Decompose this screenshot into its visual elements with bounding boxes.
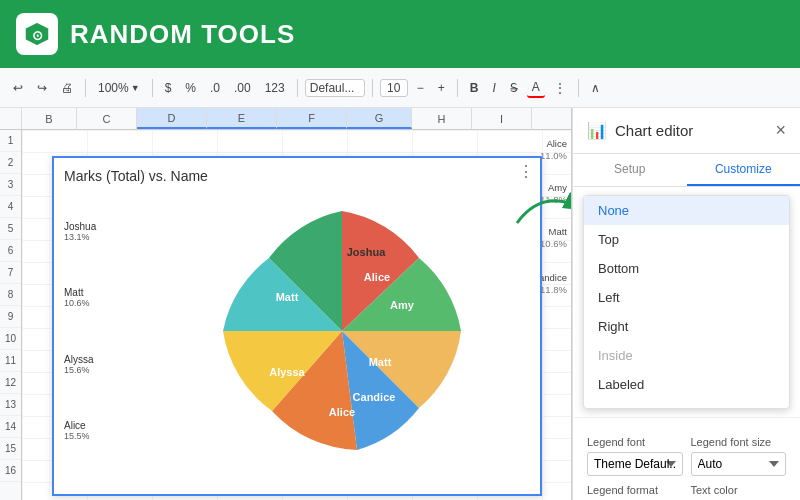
toolbar-separator [85, 79, 86, 97]
legend-item: Joshua 13.1% [64, 221, 154, 242]
toolbar-decimal2[interactable]: .00 [229, 79, 256, 97]
legend-item: Alice 15.5% [64, 420, 154, 441]
label-amy: Amy [390, 299, 415, 311]
legend-section: Legend font Theme Defaul... Legend font … [573, 417, 800, 500]
label-alice-top: Alice [364, 271, 390, 283]
option-left[interactable]: Left [584, 283, 789, 312]
text-color-label: Text color [691, 484, 787, 496]
toolbar-separator4 [372, 79, 373, 97]
toolbar-decimal1[interactable]: .0 [205, 79, 225, 97]
main-area: B C D E F G H I 1 2 3 4 5 6 7 8 9 10 11 [0, 108, 800, 500]
cell-alice-top: Alice11.0% [540, 138, 567, 163]
col-B: B [22, 108, 77, 129]
chart-container: ⋮ Marks (Total) vs. Name Joshua 13.1% Ma… [52, 156, 542, 496]
toolbar-redo-icon[interactable]: ↪ [32, 79, 52, 97]
row-num: 7 [0, 262, 21, 284]
legend-format-label: Legend format [587, 484, 683, 496]
label-matt-right: Matt [369, 356, 392, 368]
row-numbers: 1 2 3 4 5 6 7 8 9 10 11 12 13 14 15 16 [0, 130, 22, 500]
tab-customize[interactable]: Customize [687, 154, 801, 186]
pie-svg: Alice Amy Candice Alice Alyssa Matt Matt… [212, 201, 472, 461]
legend-position-dropdown[interactable]: None Top Bottom Left Right Inside Labele… [583, 195, 790, 409]
label-matt-top: Matt [276, 291, 299, 303]
legend-font-size-select[interactable]: Auto [691, 452, 787, 476]
col-I: I [472, 108, 532, 129]
spreadsheet: B C D E F G H I 1 2 3 4 5 6 7 8 9 10 11 [0, 108, 572, 500]
toolbar-separator2 [152, 79, 153, 97]
zoom-value: 100% [98, 81, 129, 95]
underline-button[interactable]: A [527, 78, 545, 98]
toolbar-percent[interactable]: % [180, 79, 201, 97]
legend-format-row: Legend format Text color [587, 484, 786, 500]
label-alyssa: Alyssa [269, 366, 305, 378]
chart-body: Joshua 13.1% Matt 10.6% Alyssa 15.6% [64, 188, 530, 474]
option-auto[interactable]: Auto [584, 399, 789, 409]
row-num: 4 [0, 196, 21, 218]
option-top[interactable]: Top [584, 225, 789, 254]
option-bottom[interactable]: Bottom [584, 254, 789, 283]
toolbar-undo-icon[interactable]: ↩ [8, 79, 28, 97]
tab-setup[interactable]: Setup [573, 154, 687, 186]
chart-title: Marks (Total) vs. Name [64, 168, 530, 184]
legend-font-select[interactable]: Theme Defaul... [587, 452, 683, 476]
toolbar-print-icon[interactable]: 🖨 [56, 79, 78, 97]
font-size-minus[interactable]: − [412, 79, 429, 97]
col-G: G [347, 108, 412, 129]
bold-button[interactable]: B [465, 79, 484, 97]
more-button[interactable]: ⋮ [549, 79, 571, 97]
chart-legend: Joshua 13.1% Matt 10.6% Alyssa 15.6% [64, 188, 154, 474]
row-num: 11 [0, 350, 21, 372]
row-num: 12 [0, 372, 21, 394]
row-num: 14 [0, 416, 21, 438]
col-D-selected: D [137, 108, 207, 129]
row-num: 10 [0, 328, 21, 350]
legend-font-size-label: Legend font size [691, 436, 787, 448]
label-joshua: Joshua [347, 246, 386, 258]
option-labeled[interactable]: Labeled [584, 370, 789, 399]
toolbar-currency[interactable]: $ [160, 79, 177, 97]
legend-font-size-col: Legend font size Auto [691, 436, 787, 476]
col-E: E [207, 108, 277, 129]
col-H: H [412, 108, 472, 129]
column-headers: B C D E F G H I [0, 108, 571, 130]
option-right[interactable]: Right [584, 312, 789, 341]
legend-font-row: Legend font Theme Defaul... Legend font … [587, 436, 786, 476]
toolbar-zoom[interactable]: 100% ▼ [93, 79, 145, 97]
toolbar: ↩ ↪ 🖨 100% ▼ $ % .0 .00 123 Defaul... 10… [0, 68, 800, 108]
row-num: 16 [0, 460, 21, 482]
row-num: 9 [0, 306, 21, 328]
col-C: C [77, 108, 137, 129]
option-none[interactable]: None [584, 196, 789, 225]
close-button[interactable]: × [775, 120, 786, 141]
col-F: F [277, 108, 347, 129]
chart-editor-icon: 📊 [587, 121, 607, 140]
font-selector[interactable]: Defaul... [305, 79, 365, 97]
strikethrough-button[interactable]: S̶ [505, 79, 523, 97]
toolbar-format123[interactable]: 123 [260, 79, 290, 97]
italic-button[interactable]: I [487, 79, 500, 97]
arrow-indicator [512, 178, 572, 238]
toolbar-separator5 [457, 79, 458, 97]
app-title: RANDOM TOOLS [70, 19, 295, 50]
collapse-button[interactable]: ∧ [586, 79, 605, 97]
font-size-selector[interactable]: 10 [380, 79, 408, 97]
row-num: 3 [0, 174, 21, 196]
row-num: 13 [0, 394, 21, 416]
legend-font-col: Legend font Theme Defaul... [587, 436, 683, 476]
rows-area: 1 2 3 4 5 6 7 8 9 10 11 12 13 14 15 16 [0, 130, 571, 500]
chart-editor-panel: 📊 Chart editor × Setup Customize None To… [572, 108, 800, 500]
option-inside: Inside [584, 341, 789, 370]
toolbar-separator6 [578, 79, 579, 97]
label-candice: Candice [353, 391, 396, 403]
row-num: 6 [0, 240, 21, 262]
app-header: ⊙ RANDOM TOOLS [0, 0, 800, 68]
row-corner [0, 108, 22, 129]
legend-item: Matt 10.6% [64, 287, 154, 308]
editor-title: Chart editor [615, 122, 693, 139]
row-num: 2 [0, 152, 21, 174]
row-num: 1 [0, 130, 21, 152]
label-alice-bottom: Alice [329, 406, 355, 418]
font-size-plus[interactable]: + [433, 79, 450, 97]
toolbar-separator3 [297, 79, 298, 97]
editor-header: 📊 Chart editor × [573, 108, 800, 154]
